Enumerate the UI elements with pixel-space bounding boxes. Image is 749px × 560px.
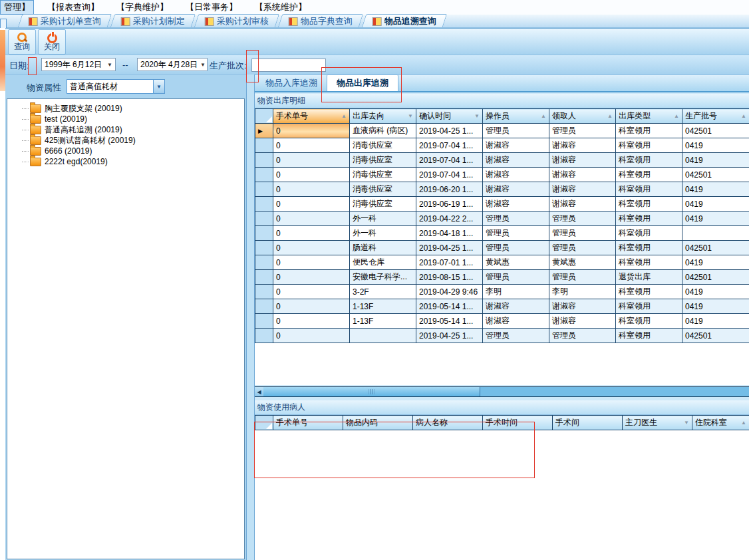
table-cell[interactable]: 管理员 [549,241,616,255]
table-cell[interactable]: 科室领用 [616,255,682,270]
table-cell[interactable]: 科室领用 [616,329,682,343]
table-row[interactable]: 0安徽电子科学...2019-08-15 1...管理员管理员退货出库04250… [255,270,749,285]
table-cell[interactable]: 0419 [682,299,749,314]
table-cell[interactable]: 消毒供应室 [350,153,416,168]
table-cell[interactable]: 0 [273,241,350,255]
row-indicator[interactable] [255,153,273,168]
table-row[interactable]: 02019-04-25 1...管理员管理员科室领用042501 [255,329,749,343]
column-header[interactable]: 主刀医生▼ [623,416,692,430]
table-cell[interactable]: 042501 [682,329,749,343]
table-cell[interactable]: 1-13F [350,299,416,314]
scroll-left-arrow-icon[interactable]: ◀ [255,387,264,396]
table-cell[interactable]: 便民仓库 [350,255,416,270]
table-cell[interactable]: 消毒供应室 [350,197,416,211]
table-cell[interactable]: 管理员 [549,270,616,285]
table-cell[interactable]: 0 [273,314,350,329]
table-cell[interactable]: 2019-05-14 1... [416,299,483,314]
table-cell[interactable]: 0 [273,329,350,343]
table-cell[interactable]: 2019-04-29 9:46 [416,285,483,299]
table-cell[interactable]: 安徽电子科学... [350,270,416,285]
table-cell[interactable]: 谢淑容 [549,314,616,329]
table-cell[interactable]: 管理员 [549,226,616,241]
table-cell[interactable]: 0 [273,211,350,226]
table-row[interactable]: 03-2F2019-04-29 9:46李明李明科室领用0419 [255,285,749,299]
table-cell[interactable]: 科室领用 [616,299,682,314]
row-indicator[interactable] [255,226,273,241]
table-cell[interactable]: 2019-08-15 1... [416,270,483,285]
row-indicator[interactable] [255,270,273,285]
table-cell[interactable]: 0 [273,255,350,270]
table-cell[interactable]: 李明 [483,285,549,299]
window-tab[interactable]: 采购计划审核 [194,14,279,27]
row-indicator[interactable] [255,197,273,211]
table-cell[interactable]: 0 [273,270,350,285]
table-cell[interactable]: 0419 [682,211,749,226]
table-cell[interactable]: 2019-07-04 1... [416,168,483,182]
table-row[interactable]: 0肠道科2019-04-25 1...管理员管理员科室领用042501 [255,241,749,255]
table-cell[interactable]: 0 [273,182,350,197]
table-cell[interactable]: 科室领用 [616,226,682,241]
table-cell[interactable]: 管理员 [483,241,549,255]
column-header[interactable]: 出库去向▼ [350,109,416,124]
table-cell[interactable]: 黄斌惠 [483,255,549,270]
table-row[interactable]: 0消毒供应室2019-06-20 1...谢淑容谢淑容科室领用0419 [255,182,749,197]
table-cell[interactable]: 谢淑容 [483,182,549,197]
table-cell[interactable]: 042501 [682,168,749,182]
tree-item[interactable]: 胸主覆膜支架 (20019) [22,103,244,114]
table-cell[interactable]: 科室领用 [616,197,682,211]
table-cell[interactable]: 谢淑容 [483,299,549,314]
table-cell[interactable]: 0 [273,124,350,138]
table-cell[interactable]: 谢淑容 [549,153,616,168]
row-indicator[interactable] [255,299,273,314]
batch-input[interactable] [251,59,326,72]
table-cell[interactable]: 2019-06-19 1... [416,197,483,211]
table-cell[interactable]: 谢淑容 [483,138,549,153]
table-cell[interactable]: 科室领用 [616,285,682,299]
table-cell[interactable]: 3-2F [350,285,416,299]
table-cell[interactable]: 科室领用 [616,182,682,197]
trace-tab[interactable]: 物品出库追溯 [327,74,398,91]
table-cell[interactable]: 0 [273,138,350,153]
table-cell[interactable]: 科室领用 [616,153,682,168]
table-row[interactable]: 0便民仓库2019-07-01 1...黄斌惠黄斌惠科室领用0419 [255,255,749,270]
row-indicator[interactable] [255,182,273,197]
table-cell[interactable]: 管理员 [483,270,549,285]
table-cell[interactable]: 0419 [682,197,749,211]
table-cell[interactable]: 0 [273,285,350,299]
table-cell[interactable]: 管理员 [549,329,616,343]
table-cell[interactable]: 2019-04-18 1... [416,226,483,241]
column-header[interactable]: 出库类型▲ [616,109,682,124]
column-header[interactable]: 手术单号▲ [273,109,350,124]
tree-item[interactable]: 425测试普高耗材 (20019) [22,135,244,146]
table-cell[interactable]: 2019-04-25 1... [416,241,483,255]
column-header[interactable]: 确认时间▼ [416,109,483,124]
table-cell[interactable]: 管理员 [483,329,549,343]
column-header[interactable]: 手术时间 [483,416,553,430]
table-cell[interactable]: 042501 [682,241,749,255]
table-row[interactable]: 01-13F2019-05-14 1...谢淑容谢淑容科室领用0419 [255,299,749,314]
table-cell[interactable]: 消毒供应室 [350,168,416,182]
table-cell[interactable]: 科室领用 [616,314,682,329]
table-cell[interactable]: 科室领用 [616,211,682,226]
column-header[interactable]: 住院科室▲ [692,416,749,430]
table-cell[interactable]: 0419 [682,314,749,329]
table-cell[interactable]: 科室领用 [616,241,682,255]
window-tab[interactable]: 采购计划单查询 [18,14,112,27]
table-cell[interactable]: 1-13F [350,314,416,329]
column-header[interactable]: 手术间 [553,416,623,430]
window-tab[interactable]: 物品追溯查询 [362,14,447,27]
window-tab[interactable]: 采购计划制定 [110,14,196,27]
table-cell[interactable]: 谢淑容 [549,299,616,314]
table-cell[interactable]: 0 [273,153,350,168]
table-cell[interactable]: 042501 [682,270,749,285]
table-cell[interactable]: 谢淑容 [549,138,616,153]
table-cell[interactable]: 0419 [682,255,749,270]
table-cell[interactable]: 科室领用 [616,138,682,153]
menu-item[interactable]: 【系统维护】 [251,0,311,15]
table-cell[interactable]: 黄斌惠 [549,255,616,270]
table-cell[interactable]: 谢淑容 [483,314,549,329]
horizontal-scrollbar[interactable]: ◀ [255,386,749,397]
table-cell[interactable]: 退货出库 [616,270,682,285]
tree-item[interactable]: test (20019) [22,114,244,124]
table-cell[interactable]: 谢淑容 [483,153,549,168]
